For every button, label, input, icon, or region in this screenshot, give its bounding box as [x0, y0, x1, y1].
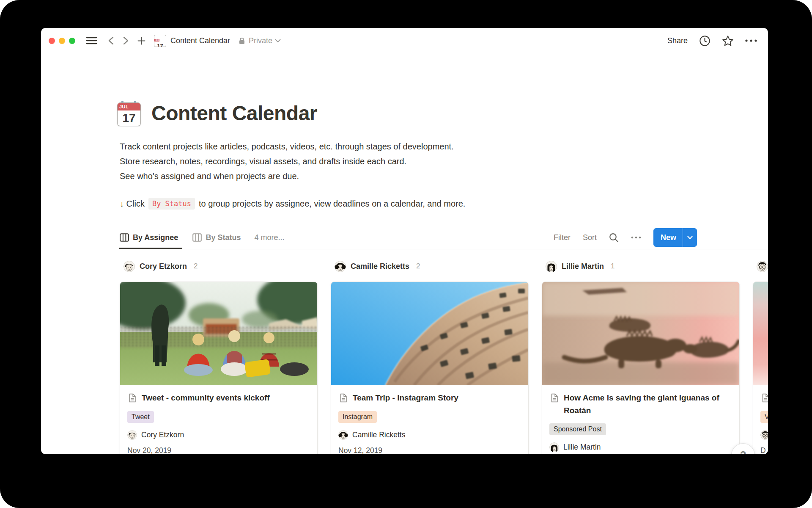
card-cover-image [542, 282, 739, 385]
column-assignee-name: Camille Ricketts [351, 262, 409, 271]
more-options-icon[interactable] [745, 39, 757, 42]
board-view-icon [192, 233, 202, 242]
close-window-button[interactable] [49, 38, 55, 44]
board-column-header[interactable]: Cory Etzkorn2 [123, 260, 317, 273]
page-content: JUL 17 Content Calendar Track content pr… [41, 53, 768, 454]
hint-callout: ↓ Click By Status to group projects by a… [120, 198, 465, 210]
minimize-window-button[interactable] [59, 38, 65, 44]
assignee-avatar [546, 261, 557, 272]
column-card-count: 1 [611, 262, 614, 271]
hint-suffix: to group projects by assignee, view dead… [199, 199, 465, 209]
column-assignee-name: Cory Etzkorn [140, 262, 187, 271]
privacy-chevron-down-icon[interactable] [275, 39, 281, 43]
column-card-count: 2 [194, 262, 198, 271]
board-card[interactable]: VD [753, 282, 768, 454]
breadcrumb-page-title[interactable]: Content Calendar [170, 36, 230, 45]
description-line: See who's assigned and when projects are… [120, 169, 454, 184]
card-title: How Acme is saving the giant iguanas of … [564, 392, 732, 417]
assignee-avatar [123, 261, 135, 272]
new-dropdown-chevron-icon[interactable] [683, 228, 697, 247]
calendar-icon-day: 17 [154, 43, 166, 47]
calendar-body: JUL 17 [117, 102, 141, 126]
window-controls [49, 38, 75, 44]
tab-by-assignee[interactable]: By Assignee [120, 226, 178, 249]
tab-label: By Status [206, 233, 241, 242]
page-title: Content Calendar [151, 102, 317, 125]
new-button-group: New [653, 228, 697, 247]
views-toolbar: By Assignee By Status 4 more... Filter S… [120, 226, 697, 249]
board-column: VD [753, 260, 768, 454]
card-cover-image [753, 282, 768, 385]
card-assignee: Cory Etzkorn [127, 430, 310, 440]
new-button[interactable]: New [653, 228, 683, 247]
board-column-header[interactable]: Camille Ricketts2 [335, 260, 528, 273]
board-column: Lillie Martin1How Acme is saving the gia… [542, 260, 739, 454]
card-cover-image [120, 282, 317, 385]
nav-forward-icon[interactable] [123, 36, 129, 45]
new-page-plus-icon[interactable] [137, 37, 145, 45]
favorite-star-icon[interactable] [722, 35, 734, 47]
description-line: Store research, notes, recordings, visua… [120, 154, 454, 169]
calendar-icon-month: JUL [118, 103, 140, 110]
board-card[interactable]: How Acme is saving the giant iguanas of … [542, 282, 740, 454]
column-assignee-name: Lillie Martin [562, 262, 604, 271]
card-body: VD [753, 385, 768, 454]
filter-button[interactable]: Filter [554, 233, 571, 242]
board-column-header[interactable]: Lillie Martin1 [546, 260, 739, 273]
calendar-icon-day: 17 [118, 110, 140, 126]
card-tag: V [760, 411, 768, 423]
card-title: Team Trip - Instagram Story [353, 392, 458, 404]
sort-button[interactable]: Sort [583, 233, 597, 242]
card-tag: Instagram [338, 411, 377, 423]
tab-label: By Assignee [133, 233, 178, 242]
view-tabs: By Assignee By Status [120, 226, 241, 249]
card-cover-image [331, 282, 528, 385]
page-doc-icon [760, 393, 768, 405]
assignee-name: Lillie Martin [563, 443, 601, 452]
assignee-name: Camille Ricketts [352, 431, 405, 439]
nav-back-icon[interactable] [108, 36, 114, 45]
window-toolbar: JUL 17 Content Calendar Private Share [41, 28, 768, 53]
sidebar-menu-icon[interactable] [86, 36, 97, 45]
page-doc-icon [549, 393, 560, 405]
tab-by-status[interactable]: By Status [192, 226, 241, 249]
calendar-icon-month: JUL [154, 39, 159, 41]
lock-icon [238, 36, 246, 45]
share-button[interactable]: Share [667, 36, 688, 45]
board-card[interactable]: Team Trip - Instagram StoryInstagramCami… [331, 282, 529, 454]
description-line: Track content projects like articles, po… [120, 139, 454, 154]
assignee-avatar [757, 261, 768, 272]
hint-prefix: ↓ Click [120, 199, 145, 209]
inline-code-by-status: By Status [148, 198, 195, 210]
card-tag: Tweet [127, 411, 154, 423]
page-calendar-emoji-icon[interactable]: JUL 17 [116, 101, 142, 126]
card-date: Nov 12, 2019 [338, 446, 521, 454]
board-view-icon [120, 233, 129, 242]
view-controls: Filter Sort New [554, 228, 697, 247]
column-card-count: 2 [416, 262, 420, 271]
zoom-window-button[interactable] [69, 38, 75, 44]
search-icon[interactable] [609, 233, 619, 243]
board-column-header[interactable] [757, 260, 768, 273]
breadcrumb-page-calendar-icon: JUL 17 [154, 35, 166, 47]
board-column: Camille Ricketts2Team Trip - Instagram S… [331, 260, 528, 454]
board-column: Cory Etzkorn2Tweet - community events ki… [120, 260, 317, 454]
board-card[interactable]: Tweet - community events kickoffTweetCor… [120, 282, 318, 454]
assignee-avatar [760, 430, 768, 440]
card-body: Tweet - community events kickoffTweetCor… [120, 385, 317, 454]
card-assignee: Camille Ricketts [338, 430, 521, 440]
assignee-avatar [338, 430, 348, 440]
page-description: Track content projects like articles, po… [120, 139, 454, 184]
card-assignee: Lillie Martin [549, 442, 732, 452]
privacy-label[interactable]: Private [249, 36, 272, 45]
screenshot-background: JUL 17 Content Calendar Private Share [0, 0, 812, 508]
updates-clock-icon[interactable] [699, 35, 710, 47]
card-assignee [760, 430, 768, 440]
more-views-link[interactable]: 4 more... [254, 233, 284, 242]
page-doc-icon [338, 393, 348, 405]
notion-window: JUL 17 Content Calendar Private Share [41, 28, 768, 454]
view-options-icon[interactable] [631, 236, 641, 239]
assignee-avatar [127, 430, 137, 440]
assignee-avatar [549, 442, 559, 452]
card-body: How Acme is saving the giant iguanas of … [542, 385, 739, 454]
